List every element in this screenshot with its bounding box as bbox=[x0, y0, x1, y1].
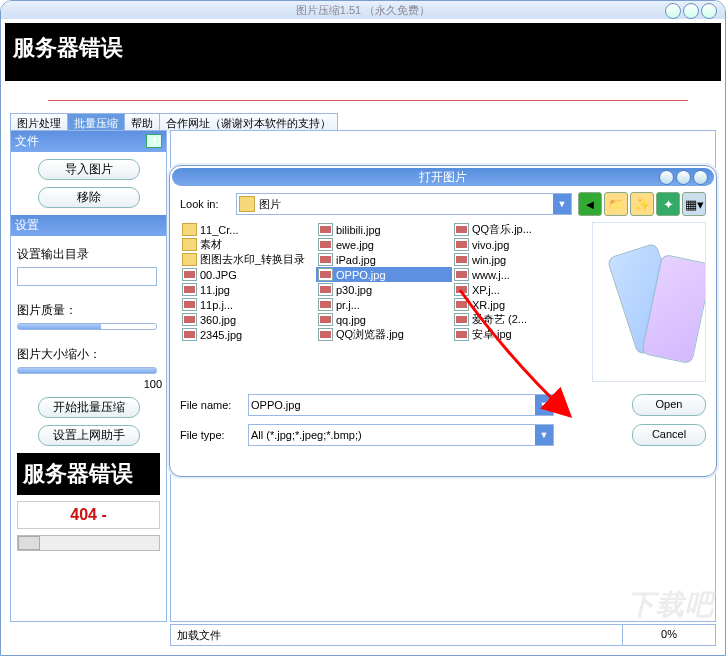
file-item[interactable]: ewe.jpg bbox=[316, 237, 452, 252]
image-icon bbox=[454, 313, 469, 326]
dialog-titlebar[interactable]: 打开图片 bbox=[172, 168, 714, 186]
dialog-close-icon[interactable] bbox=[693, 170, 708, 185]
image-icon bbox=[454, 253, 469, 266]
file-item[interactable]: www.j... bbox=[452, 267, 588, 282]
net-helper-button[interactable]: 设置上网助手 bbox=[38, 425, 140, 446]
filetype-label: File type: bbox=[180, 429, 238, 441]
new-folder-icon[interactable]: ✨ bbox=[630, 192, 654, 216]
output-dir-label: 设置输出目录 bbox=[17, 246, 160, 263]
start-compress-button[interactable]: 开始批量压缩 bbox=[38, 397, 140, 418]
dialog-min-icon[interactable] bbox=[659, 170, 674, 185]
image-icon bbox=[318, 328, 333, 341]
file-list[interactable]: 11_Cr...素材图图去水印_转换目录00.JPG11.jpg11p.j...… bbox=[180, 222, 588, 382]
file-item[interactable]: pr.j... bbox=[316, 297, 452, 312]
refresh-icon[interactable]: ✦ bbox=[656, 192, 680, 216]
window-title: 图片压缩1.51 （永久免费） bbox=[296, 4, 430, 16]
folder-icon bbox=[182, 253, 197, 266]
file-item[interactable]: XP.j... bbox=[452, 282, 588, 297]
image-icon bbox=[182, 328, 197, 341]
file-section-header: 文件 ▾ bbox=[11, 131, 166, 152]
quality-slider[interactable] bbox=[17, 323, 157, 330]
image-icon bbox=[182, 268, 197, 281]
output-dir-input[interactable] bbox=[17, 267, 157, 286]
dropdown-icon[interactable]: ▾ bbox=[146, 134, 162, 148]
file-item[interactable]: 360.jpg bbox=[180, 312, 316, 327]
import-button[interactable]: 导入图片 bbox=[38, 159, 140, 180]
image-icon bbox=[318, 268, 333, 281]
dialog-max-icon[interactable] bbox=[676, 170, 691, 185]
file-item[interactable]: 11_Cr... bbox=[180, 222, 316, 237]
image-icon bbox=[182, 298, 197, 311]
minimize-icon[interactable] bbox=[665, 3, 681, 19]
lookin-label: Look in: bbox=[180, 198, 230, 210]
file-item[interactable]: QQ浏览器.jpg bbox=[316, 327, 452, 342]
file-item[interactable]: win.jpg bbox=[452, 252, 588, 267]
file-item[interactable]: 素材 bbox=[180, 237, 316, 252]
open-file-dialog: 打开图片 Look in: 图片 ▼ ◄ 📁 ✨ ✦ ▦▾ 11_Cr...素材… bbox=[169, 165, 717, 477]
open-button[interactable]: Open bbox=[632, 394, 706, 416]
maximize-icon[interactable] bbox=[683, 3, 699, 19]
image-icon bbox=[454, 298, 469, 311]
chevron-down-icon[interactable]: ▼ bbox=[553, 194, 571, 214]
image-icon bbox=[454, 268, 469, 281]
file-item[interactable]: 2345.jpg bbox=[180, 327, 316, 342]
shrink-label: 图片大小缩小： bbox=[17, 346, 160, 363]
folder-icon bbox=[239, 196, 255, 212]
image-icon bbox=[182, 313, 197, 326]
file-item[interactable]: 00.JPG bbox=[180, 267, 316, 282]
file-item[interactable]: vivo.jpg bbox=[452, 237, 588, 252]
filename-input[interactable]: OPPO.jpg ▼ bbox=[248, 394, 554, 416]
file-item[interactable]: QQ音乐.jp... bbox=[452, 222, 588, 237]
chevron-down-icon[interactable]: ▼ bbox=[535, 395, 553, 415]
error-frame-fragment bbox=[48, 100, 688, 106]
file-item[interactable]: qq.jpg bbox=[316, 312, 452, 327]
shrink-value: 100 bbox=[11, 378, 162, 390]
image-icon bbox=[318, 223, 333, 236]
image-icon bbox=[454, 283, 469, 296]
file-item[interactable]: 11p.j... bbox=[180, 297, 316, 312]
image-icon bbox=[318, 253, 333, 266]
error-banner: 服务器错误 bbox=[5, 23, 721, 81]
folder-icon bbox=[182, 238, 197, 251]
file-item[interactable]: p30.jpg bbox=[316, 282, 452, 297]
image-icon bbox=[454, 223, 469, 236]
file-item[interactable]: OPPO.jpg bbox=[316, 267, 452, 282]
image-icon bbox=[318, 313, 333, 326]
file-item[interactable]: 爱奇艺 (2... bbox=[452, 312, 588, 327]
horizontal-scrollbar[interactable] bbox=[17, 535, 160, 551]
image-icon bbox=[318, 298, 333, 311]
error-card: 服务器错误 bbox=[17, 453, 160, 495]
up-folder-icon[interactable]: 📁 bbox=[604, 192, 628, 216]
image-icon bbox=[318, 283, 333, 296]
dialog-title-text: 打开图片 bbox=[419, 170, 467, 184]
chevron-down-icon[interactable]: ▼ bbox=[535, 425, 553, 445]
remove-button[interactable]: 移除 bbox=[38, 187, 140, 208]
close-icon[interactable] bbox=[701, 3, 717, 19]
image-icon bbox=[182, 283, 197, 296]
folder-icon bbox=[182, 223, 197, 236]
shrink-slider[interactable] bbox=[17, 367, 157, 374]
file-item[interactable]: bilibili.jpg bbox=[316, 222, 452, 237]
cancel-button[interactable]: Cancel bbox=[632, 424, 706, 446]
back-icon[interactable]: ◄ bbox=[578, 192, 602, 216]
status-percent: 0% bbox=[623, 625, 715, 645]
status-bar: 加载文件 0% bbox=[170, 624, 716, 646]
filetype-combo[interactable]: All (*.jpg;*.jpeg;*.bmp;) ▼ bbox=[248, 424, 554, 446]
file-item[interactable]: 11.jpg bbox=[180, 282, 316, 297]
left-panel: 文件 ▾ 导入图片 移除 设置 设置输出目录 图片质量： 图片大小缩小： 100… bbox=[10, 130, 167, 622]
lookin-combo[interactable]: 图片 ▼ bbox=[236, 193, 572, 215]
titlebar[interactable]: 图片压缩1.51 （永久免费） bbox=[1, 1, 725, 19]
view-mode-icon[interactable]: ▦▾ bbox=[682, 192, 706, 216]
settings-section-header: 设置 bbox=[11, 215, 166, 236]
quality-label: 图片质量： bbox=[17, 302, 160, 319]
error-code: 404 - bbox=[17, 501, 160, 529]
image-icon bbox=[454, 238, 469, 251]
file-item[interactable]: XR.jpg bbox=[452, 297, 588, 312]
file-item[interactable]: 图图去水印_转换目录 bbox=[180, 252, 316, 267]
banner-title: 服务器错误 bbox=[13, 33, 713, 63]
file-item[interactable]: 安卓.jpg bbox=[452, 327, 588, 342]
file-item[interactable]: iPad.jpg bbox=[316, 252, 452, 267]
filename-label: File name: bbox=[180, 399, 238, 411]
status-text: 加载文件 bbox=[171, 625, 623, 645]
image-icon bbox=[454, 328, 469, 341]
